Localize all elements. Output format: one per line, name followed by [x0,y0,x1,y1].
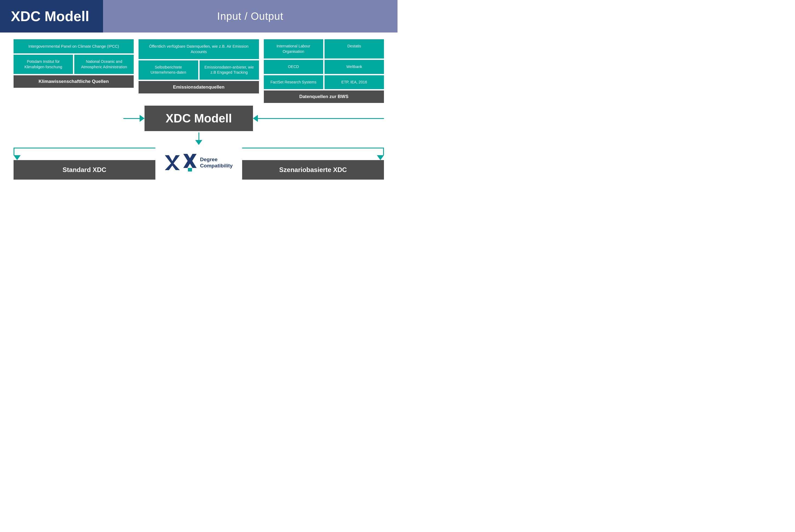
svg-rect-3 [188,168,192,171]
degree-logo: Degree Compatibility [165,154,233,171]
col-bws: International Labour Organisation Destat… [264,39,384,103]
emissions-anbieter-box: Emissionsdaten-anbieter, wie z.B Engaged… [200,60,259,80]
potsdam-box: Potsdam Institut für Klimafolgen-forschu… [14,55,73,74]
page-wrapper: XDC Modell Input / Output Intergovernmen… [0,0,397,266]
klimawiss-bottom-row: Potsdam Institut für Klimafolgen-forschu… [14,55,134,74]
weltbank-box: Weltbank [325,60,384,74]
noaa-box: National Oceanic and Atmospheric Adminis… [74,55,134,74]
diagram-container: Intergovernmental Panel on Climate Chang… [0,33,397,266]
header-section: XDC Modell Input / Output [0,0,397,33]
x-logo-svg [165,155,180,170]
col-emission: Öffentlich verfügbare Datenquellen, wie … [139,39,259,103]
page-title: XDC Modell [11,8,89,24]
left-arrow-right [140,115,145,122]
factset-box: FactSet Research Systems [264,75,323,89]
subtitle-box: Input / Output [103,0,397,33]
v-line-to-left-output [14,149,14,155]
emission-bottom-row: Selbstberichtete Unternehmens-daten Emis… [139,60,259,80]
destatis-box: Destatis [325,39,384,58]
emission-label: Emissionsdatenquellen [139,81,259,93]
szenario-xdc-box: Szenariobasierte XDC [242,160,384,179]
svg-marker-2 [183,154,197,168]
klimawiss-label: Klimawissenschaftliche Quellen [14,75,134,88]
etp-box: ETP, IEA, 2016 [325,75,384,89]
degree-logo-area: Degree Compatibility [158,148,239,178]
bws-mid-row: OECD Weltbank [264,60,384,74]
bws-label: Datenquellen zur BWS [264,91,384,103]
bws-top-row: International Labour Organisation Destat… [264,39,384,58]
degree-line2: Compatibility [200,163,233,169]
right-arrow-left [253,115,258,122]
oecd-box: OECD [264,60,323,74]
degree-line1: Degree [200,156,233,163]
bws-bot-row: FactSet Research Systems ETP, IEA, 2016 [264,75,384,89]
down-arrow-left-output [14,155,21,160]
public-sources-box: Öffentlich verfügbare Datenquellen, wie … [139,39,259,59]
v-line-to-right-output [383,149,384,155]
subtitle: Input / Output [217,11,283,22]
down-arrow-right-output [377,155,384,160]
standard-xdc-box: Standard XDC [14,160,156,179]
down-arrow-below-xdc [195,140,202,145]
v-line-below-xdc [198,132,199,140]
ilo-box: International Labour Organisation [264,39,323,58]
col-klimawiss: Intergovernmental Panel on Climate Chang… [14,39,134,103]
selbst-box: Selbstberichtete Unternehmens-daten [139,60,198,80]
title-box: XDC Modell [0,0,103,33]
xdc-modell-block: XDC Modell [145,106,253,131]
x-logo-svg2 [182,154,197,171]
degree-text-group: Degree Compatibility [200,156,233,169]
sources-row: Intergovernmental Panel on Climate Chang… [14,39,384,103]
ipcc-box: Intergovernmental Panel on Climate Chang… [14,39,134,53]
